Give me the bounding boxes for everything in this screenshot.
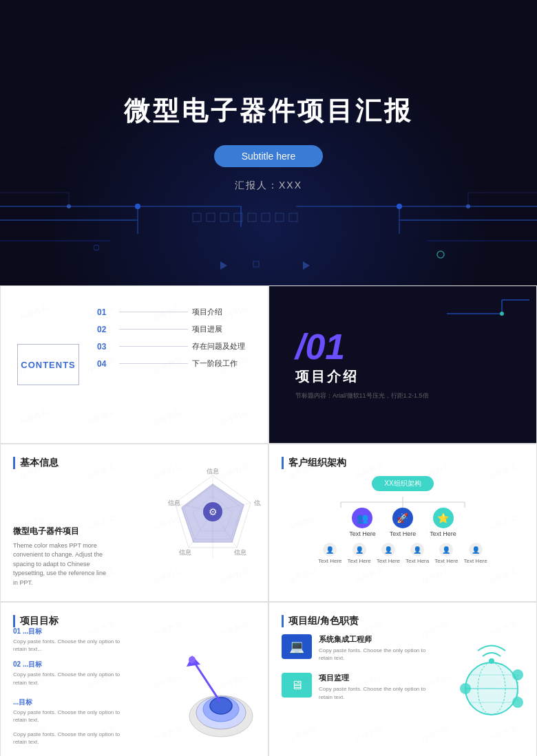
contents-list: 01 项目介绍 02 项目进展 03 存在问题及处理 04 下一阶段工作	[97, 307, 261, 376]
svg-text:⚙: ⚙	[209, 506, 218, 517]
contents-item-2: 02 项目进展	[97, 324, 261, 334]
svg-text:信息: 信息	[234, 549, 246, 556]
org-chart-slide: 小牛办公小牛办公小牛办公小牛办公 小牛办公小牛办公小牛办公小牛办公 小牛办公小牛…	[268, 444, 537, 602]
contents-item-4: 04 下一阶段工作	[97, 358, 261, 369]
org-root-node: XX组织架构	[372, 476, 433, 491]
radar-chart: ⚙ 信息 信息 信息 信息 信息	[165, 465, 261, 575]
svg-text:信息: 信息	[207, 468, 219, 475]
svg-text:信息: 信息	[168, 499, 180, 506]
contents-item-1: 01 项目介绍	[97, 307, 261, 317]
org-chart-container: XX组织架构 👥 Text Here 🚀 Text Here	[282, 476, 524, 564]
hero-reporter: 汇报人：XXX	[235, 180, 302, 192]
roles-slide: 小牛办公小牛办公小牛办公小牛办公 小牛办公小牛办公小牛办公小牛办公 小牛办公小牛…	[268, 602, 537, 756]
svg-rect-13	[220, 213, 229, 222]
contents-slide: 小牛办公小牛办公小牛办公小牛办公 小牛办公小牛办公小牛办公小牛办公 小牛办公小牛…	[0, 285, 268, 444]
role-card-2: 🖥 项目监理 Copy paste fonts. Choose the only…	[282, 673, 434, 700]
org-node-1: 👥 Text Here	[349, 508, 376, 537]
goal-item-4: Copy paste fonts. Choose the only option…	[13, 731, 123, 746]
role-1-icon: 💻	[282, 634, 312, 659]
contents-label: CONTENTS	[21, 360, 76, 370]
role-card-1: 💻 系统集成工程师 Copy paste fonts. Choose the o…	[282, 634, 434, 662]
network-graphic	[447, 623, 529, 740]
hero-slide: 小牛办公小牛办公小牛办公小牛办公 小牛办公小牛办公小牛办公小牛办公 小牛办公小牛…	[0, 0, 537, 285]
org-level2: 👤 Text Here 👤 Text Here 👤 Text Here 👤 Te…	[318, 543, 487, 564]
hero-title: 微型电子器件项目汇报	[124, 94, 413, 129]
svg-text:信息: 信息	[179, 549, 191, 556]
basic-info-content: 微型电子器件项目 Theme color makes PPT more conv…	[13, 526, 109, 588]
goal-item-3: ...目标 Copy paste fonts. Choose the only …	[13, 698, 123, 724]
svg-marker-26	[303, 261, 310, 270]
svg-point-58	[210, 698, 232, 714]
svg-marker-25	[220, 261, 227, 270]
goal-item-1: 01 ...目标 Copy paste fonts. Choose the on…	[13, 627, 123, 653]
target-graphic	[180, 627, 255, 744]
slides-grid: 小牛办公小牛办公小牛办公小牛办公 小牛办公小牛办公小牛办公小牛办公 小牛办公小牛…	[0, 285, 537, 756]
hero-subtitle-button[interactable]: Subtitle here	[214, 145, 324, 167]
goal-item-2: 02 ...目标 Copy paste fonts. Choose the on…	[13, 660, 123, 686]
role-2-icon: 🖥	[282, 673, 312, 698]
basic-info-slide: 小牛办公小牛办公小牛办公小牛办公 小牛办公小牛办公小牛办公小牛办公 小牛办公小牛…	[0, 444, 268, 602]
project-goal-slide: 小牛办公小牛办公小牛办公小牛办公 小牛办公小牛办公小牛办公小牛办公 小牛办公小牛…	[0, 602, 268, 756]
svg-rect-16	[262, 213, 270, 222]
svg-point-67	[489, 658, 494, 664]
svg-point-33	[500, 312, 504, 316]
org-node-3: ⭐ Text Here	[430, 508, 456, 537]
svg-line-59	[193, 661, 220, 701]
slide-01-subtitle: 节标题内容：Arial/微软11号压光，行距1.2-1.5倍	[295, 391, 524, 400]
svg-point-61	[189, 656, 196, 663]
svg-rect-15	[248, 213, 256, 222]
svg-point-8	[397, 204, 402, 209]
project-goal-title: 项目目标	[13, 615, 255, 627]
contents-item-3: 03 存在问题及处理	[97, 341, 261, 352]
slide-01-cell: /01 项目介绍 节标题内容：Arial/微软11号压光，行距1.2-1.5倍	[268, 285, 537, 444]
svg-text:信息: 信息	[254, 499, 261, 506]
svg-point-29	[94, 245, 99, 250]
svg-rect-27	[253, 261, 259, 267]
contents-box: CONTENTS	[17, 344, 79, 385]
goal-list: 01 ...目标 Copy paste fonts. Choose the on…	[13, 627, 123, 753]
svg-point-28	[437, 251, 444, 258]
org-node-2: 🚀 Text Here	[390, 508, 417, 537]
svg-rect-12	[207, 213, 215, 222]
slide-01-title: 项目介绍	[295, 367, 524, 386]
org-chart-title: 客户组织架构	[282, 457, 524, 469]
org-level1: 👥 Text Here 🚀 Text Here ⭐ Text Here	[349, 508, 456, 537]
svg-rect-11	[193, 213, 201, 222]
svg-rect-17	[275, 213, 284, 222]
svg-rect-18	[289, 213, 297, 222]
svg-point-7	[135, 204, 140, 209]
